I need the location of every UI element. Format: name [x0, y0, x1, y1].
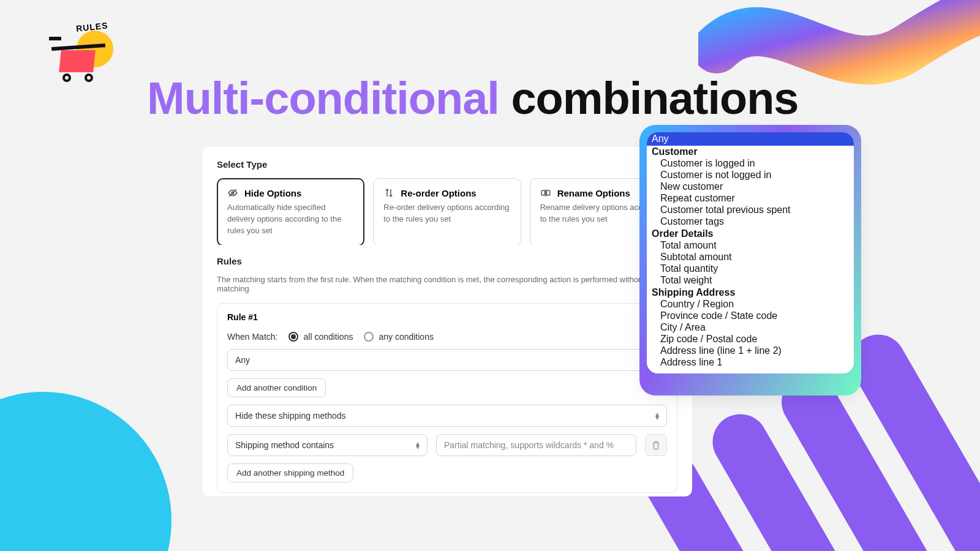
when-match-label: When Match:	[227, 332, 277, 342]
select-type-label: Select Type	[217, 159, 677, 170]
dropdown-item[interactable]: Address line (line 1 + line 2)	[647, 345, 854, 357]
dropdown-item[interactable]: Repeat customer	[647, 193, 854, 204]
decor-blob-bottom-left	[0, 392, 172, 551]
add-shipping-method-button[interactable]: Add another shipping method	[227, 463, 353, 482]
radio-all-label: all conditions	[303, 332, 353, 342]
rules-heading: Rules	[217, 256, 677, 266]
radio-dot-icon	[364, 332, 374, 342]
title-part-1: Multi-conditional	[147, 73, 499, 124]
dropdown-group-label: Shipping Address	[647, 287, 854, 299]
dropdown-item[interactable]: Customer is logged in	[647, 158, 854, 170]
rules-description: The matching starts from the first rule.…	[217, 275, 677, 293]
radio-any-conditions[interactable]: any conditions	[364, 332, 434, 342]
type-title: Hide Options	[244, 188, 301, 198]
type-option-hide[interactable]: Hide Options Automatically hide specifie…	[217, 178, 364, 246]
delete-method-button[interactable]	[645, 434, 667, 456]
radio-all-conditions[interactable]: all conditions	[288, 332, 353, 342]
type-title: Rename Options	[557, 188, 630, 198]
logo-tag: RULES	[75, 20, 108, 33]
condition-value: Any	[235, 355, 250, 365]
radio-dot-icon	[288, 332, 298, 342]
eye-off-icon	[227, 187, 238, 198]
condition-select[interactable]: Any ▴▾	[227, 349, 667, 371]
rule-title: Rule #1	[227, 312, 667, 322]
dropdown-item[interactable]: Customer total previous spent	[647, 204, 854, 216]
method-field-value: Shipping method contains	[235, 440, 334, 450]
sort-icon	[383, 187, 394, 198]
app-logo: RULES	[49, 24, 116, 86]
dropdown-item[interactable]: Country / Region	[647, 299, 854, 310]
type-desc: Automatically hide specified delivery op…	[227, 202, 354, 237]
chevron-updown-icon: ▴▾	[655, 412, 659, 419]
svg-rect-3	[546, 190, 549, 195]
dropdown-item[interactable]: Customer is not logged in	[647, 170, 854, 181]
dropdown-selected-item[interactable]: Any	[647, 132, 854, 146]
dropdown-item[interactable]: Address line 1	[647, 357, 854, 369]
type-title: Re-order Options	[401, 188, 476, 198]
dropdown-item[interactable]: Customer tags	[647, 216, 854, 228]
dropdown-item[interactable]: Subtotal amount	[647, 252, 854, 263]
dropdown-item[interactable]: Total quantity	[647, 263, 854, 275]
dropdown-group-label: Order Details	[647, 228, 854, 240]
type-desc: Re-order delivery options according to t…	[383, 202, 510, 225]
rename-icon	[540, 187, 551, 198]
rule-block-1: Rule #1 When Match: all conditions any c…	[217, 303, 677, 493]
dropdown-item[interactable]: Province code / State code	[647, 310, 854, 322]
action-value: Hide these shipping methods	[235, 411, 346, 421]
condition-dropdown-panel: Any CustomerCustomer is logged inCustome…	[647, 132, 854, 388]
type-option-reorder[interactable]: Re-order Options Re-order delivery optio…	[373, 178, 521, 246]
add-condition-button[interactable]: Add another condition	[227, 378, 326, 397]
dropdown-group-label: Customer	[647, 146, 854, 158]
method-value-input[interactable]: Partial matching, supports wildcards * a…	[436, 434, 636, 456]
chevron-updown-icon: ▴▾	[416, 441, 420, 449]
radio-any-label: any conditions	[379, 332, 434, 342]
dropdown-item[interactable]: Total amount	[647, 240, 854, 252]
dropdown-item[interactable]: Zip code / Postal code	[647, 334, 854, 345]
method-placeholder: Partial matching, supports wildcards * a…	[444, 440, 614, 450]
select-type-card: Select Type Hide Options Automatically h…	[202, 147, 692, 261]
action-select[interactable]: Hide these shipping methods ▴▾	[227, 405, 667, 427]
svg-rect-2	[541, 190, 545, 195]
method-field-select[interactable]: Shipping method contains ▴▾	[227, 434, 428, 456]
rules-card: Rules The matching starts from the first…	[202, 245, 692, 497]
title-part-2: combinations	[511, 73, 798, 124]
page-title: Multi-conditional combinations	[147, 72, 799, 124]
dropdown-item[interactable]: New customer	[647, 181, 854, 193]
dropdown-item[interactable]: Total weight	[647, 275, 854, 287]
dropdown-item[interactable]: City / Area	[647, 322, 854, 334]
